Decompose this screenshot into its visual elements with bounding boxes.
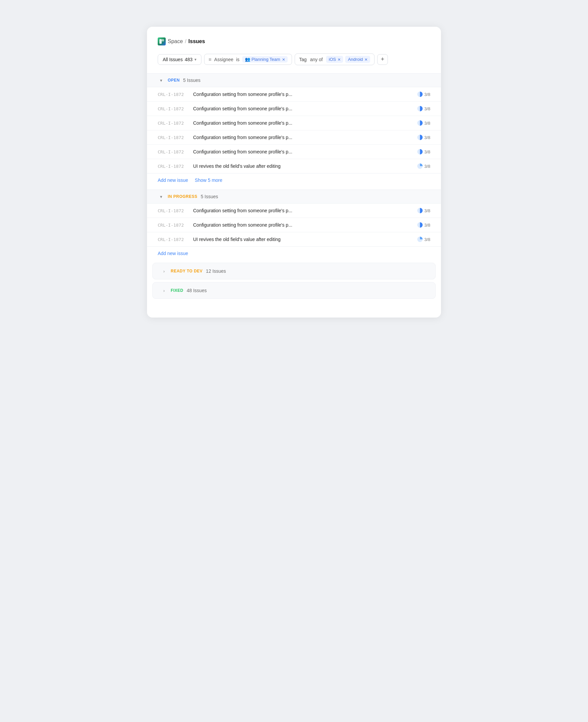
- issue-id: CRL-I-1872: [158, 223, 188, 228]
- fixed-section: › FIXED 48 Issues: [152, 282, 436, 299]
- table-row[interactable]: CRL-I-1872 Configuration setting from so…: [147, 116, 441, 130]
- issue-id: CRL-I-1872: [158, 237, 188, 242]
- in-progress-section-header[interactable]: ▾ IN PROGRESS 5 Issues: [147, 189, 441, 204]
- table-row[interactable]: CRL-I-1872 Configuration setting from so…: [147, 145, 441, 159]
- add-new-issue-in-progress-link[interactable]: Add new issue: [158, 251, 188, 256]
- progress-value: 3/8: [424, 106, 430, 111]
- open-section: ▾ OPEN 5 Issues CRL-I-1872 Configuration…: [147, 73, 441, 187]
- ios-tag-chip[interactable]: iOS ×: [326, 56, 343, 63]
- show-more-link[interactable]: Show 5 more: [195, 178, 222, 183]
- issue-progress: 3/8: [410, 222, 430, 228]
- ready-to-dev-section-header[interactable]: › READY TO DEV 12 Issues: [152, 263, 436, 280]
- all-issues-button[interactable]: All Issues 483 ▾: [158, 54, 202, 65]
- in-progress-collapse-chevron[interactable]: ▾: [158, 193, 164, 200]
- table-row[interactable]: CRL-I-1872 Configuration setting from so…: [147, 204, 441, 218]
- issue-progress: 3/8: [410, 135, 430, 140]
- open-status-badge: OPEN: [168, 77, 180, 83]
- issue-title: Configuration setting from someone profi…: [193, 149, 405, 154]
- progress-circle-icon: [417, 208, 423, 213]
- in-progress-section: ▾ IN PROGRESS 5 Issues CRL-I-1872 Config…: [147, 189, 441, 260]
- svg-rect-0: [159, 39, 162, 44]
- planning-team-label: Planning Team: [252, 57, 280, 62]
- remove-ios-tag[interactable]: ×: [338, 57, 341, 62]
- progress-value: 3/8: [424, 237, 430, 242]
- progress-value: 3/8: [424, 92, 430, 97]
- all-issues-count: 483: [185, 57, 192, 62]
- progress-circle-icon: [417, 106, 423, 111]
- table-row[interactable]: CRL-I-1872 UI revives the old field's va…: [147, 232, 441, 246]
- issue-progress: 3/8: [410, 91, 430, 97]
- issue-title: Configuration setting from someone profi…: [193, 222, 405, 228]
- progress-circle-icon: [417, 120, 423, 126]
- issue-progress: 3/8: [410, 163, 430, 169]
- in-progress-issue-count: 5 Issues: [201, 194, 218, 199]
- space-logo: [158, 37, 166, 45]
- ios-label: iOS: [329, 57, 336, 62]
- people-icon: 👥: [245, 57, 250, 62]
- progress-circle-icon: [417, 163, 423, 169]
- issue-progress: 3/8: [410, 120, 430, 126]
- chevron-down-icon: ▾: [194, 57, 196, 62]
- breadcrumb: Space / Issues: [147, 37, 441, 54]
- fixed-expand-chevron[interactable]: ›: [161, 287, 167, 294]
- breadcrumb-separator: /: [185, 38, 186, 44]
- issue-title: Configuration setting from someone profi…: [193, 91, 405, 97]
- issue-id: CRL-I-1872: [158, 92, 188, 97]
- filter-is-label: is: [236, 57, 239, 62]
- anyof-label: any of: [310, 57, 323, 62]
- progress-value: 3/8: [424, 164, 430, 169]
- issue-title: UI revives the old field's value after e…: [193, 236, 405, 242]
- android-label: Android: [348, 57, 363, 62]
- progress-circle-icon: [417, 149, 423, 154]
- progress-value: 3/8: [424, 121, 430, 126]
- remove-android-tag[interactable]: ×: [364, 57, 368, 62]
- issue-progress: 3/8: [410, 208, 430, 213]
- assignee-filter-value[interactable]: 👥 Planning Team ×: [242, 56, 288, 62]
- progress-value: 3/8: [424, 149, 430, 154]
- fixed-status-badge: FIXED: [171, 287, 184, 293]
- issue-id: CRL-I-1872: [158, 149, 188, 154]
- progress-circle-icon: [417, 135, 423, 140]
- table-row[interactable]: CRL-I-1872 Configuration setting from so…: [147, 102, 441, 116]
- table-row[interactable]: CRL-I-1872 Configuration setting from so…: [147, 130, 441, 145]
- issue-progress: 3/8: [410, 236, 430, 242]
- space-label[interactable]: Space: [168, 38, 183, 44]
- progress-value: 3/8: [424, 135, 430, 140]
- open-collapse-chevron[interactable]: ▾: [158, 77, 164, 84]
- tag-label: Tag: [299, 57, 307, 62]
- main-card: Space / Issues All Issues 483 ▾ ≡ Assign…: [147, 27, 441, 317]
- issue-title: Configuration setting from someone profi…: [193, 208, 405, 213]
- table-row[interactable]: CRL-I-1872 Configuration setting from so…: [147, 218, 441, 232]
- plus-icon: +: [381, 56, 384, 63]
- issue-progress: 3/8: [410, 149, 430, 154]
- issue-progress: 3/8: [410, 106, 430, 111]
- fixed-section-header[interactable]: › FIXED 48 Issues: [152, 282, 436, 299]
- open-section-footer: Add new issue Show 5 more: [147, 173, 441, 187]
- issue-id: CRL-I-1872: [158, 208, 188, 213]
- issue-id: CRL-I-1872: [158, 135, 188, 140]
- table-row[interactable]: CRL-I-1872 Configuration setting from so…: [147, 87, 441, 102]
- toolbar: All Issues 483 ▾ ≡ Assignee is 👥 Plannin…: [147, 54, 441, 73]
- issue-title: Configuration setting from someone profi…: [193, 120, 405, 126]
- issue-title: Configuration setting from someone profi…: [193, 135, 405, 140]
- assignee-label: Assignee: [214, 57, 233, 62]
- issue-id: CRL-I-1872: [158, 164, 188, 169]
- tag-filter: Tag any of iOS × Android ×: [295, 54, 375, 65]
- remove-assignee-filter[interactable]: ×: [282, 57, 285, 62]
- progress-value: 3/8: [424, 208, 430, 213]
- svg-rect-1: [162, 39, 164, 41]
- add-new-issue-link[interactable]: Add new issue: [158, 178, 188, 183]
- open-section-header[interactable]: ▾ OPEN 5 Issues: [147, 73, 441, 87]
- in-progress-section-footer: Add new issue: [147, 247, 441, 260]
- open-issue-count: 5 Issues: [183, 78, 201, 83]
- in-progress-status-badge: IN PROGRESS: [168, 193, 197, 200]
- filter-lines-icon: ≡: [208, 57, 211, 62]
- ready-to-dev-expand-chevron[interactable]: ›: [161, 268, 167, 274]
- all-issues-label: All Issues: [163, 57, 183, 62]
- table-row[interactable]: CRL-I-1872 UI revives the old field's va…: [147, 159, 441, 173]
- progress-circle-icon: [417, 91, 423, 97]
- breadcrumb-current: Issues: [188, 38, 205, 44]
- add-filter-button[interactable]: +: [377, 54, 388, 65]
- android-tag-chip[interactable]: Android ×: [345, 56, 370, 63]
- progress-circle-icon: [417, 222, 423, 228]
